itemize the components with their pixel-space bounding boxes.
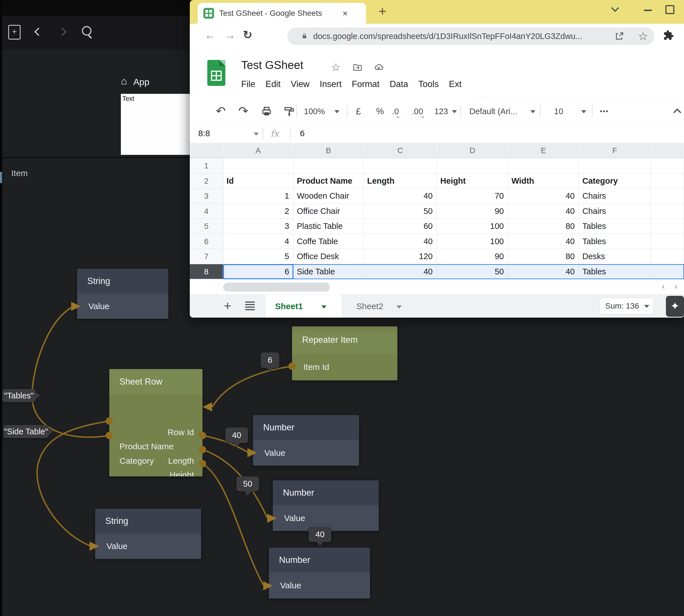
window-maximize-icon[interactable] (665, 5, 675, 14)
cell-E3[interactable]: 40 (508, 189, 579, 204)
print-icon[interactable] (261, 106, 272, 117)
number-format-button[interactable]: 123 (434, 100, 448, 123)
column-header-A[interactable]: A (223, 143, 293, 158)
port-length[interactable]: Length (168, 454, 194, 468)
menu-format[interactable]: Format (352, 78, 380, 90)
cell-C4[interactable]: 50 (364, 204, 437, 219)
cell-G5[interactable] (651, 219, 684, 234)
app-root-label[interactable]: App (133, 77, 150, 87)
port-value[interactable]: Value (107, 542, 128, 551)
cell-C5[interactable]: 60 (364, 219, 437, 234)
cell-A5[interactable]: 3 (223, 219, 293, 234)
row-header-8[interactable]: 8 (190, 264, 223, 280)
chevron-down-icon[interactable] (581, 110, 586, 113)
paint-format-icon[interactable] (283, 106, 295, 117)
cell-B2[interactable]: Product Name (293, 174, 364, 189)
port-value[interactable]: Value (284, 513, 305, 523)
cell-G1[interactable] (651, 158, 684, 174)
cell-F2[interactable]: Category (579, 174, 651, 189)
port-value[interactable]: Value (88, 302, 110, 311)
cell-B5[interactable]: Plastic Table (293, 219, 364, 234)
cell-A6[interactable]: 4 (223, 234, 293, 249)
row-header-3[interactable]: 3 (190, 189, 223, 204)
cell-C6[interactable]: 40 (364, 234, 437, 249)
row-header-4[interactable]: 4 (190, 204, 223, 219)
cell-C8[interactable]: 40 (364, 264, 437, 280)
window-chevron-icon[interactable] (611, 4, 619, 12)
cell-F5[interactable]: Tables (579, 219, 651, 234)
corner-select-all[interactable] (190, 143, 223, 158)
port-height[interactable]: Height (169, 468, 194, 477)
node-sheet-row[interactable]: Sheet Row Row Id Product Name Category L… (109, 369, 203, 477)
browser-tab[interactable]: Test GSheet - Google Sheets × (198, 3, 366, 24)
cell-D4[interactable]: 90 (437, 204, 508, 219)
port-category[interactable]: Category (119, 454, 154, 468)
column-header-B[interactable]: B (293, 143, 364, 158)
currency-format-button[interactable]: £ (356, 100, 361, 123)
cell-G4[interactable] (651, 204, 684, 219)
window-minimize-icon[interactable] (644, 9, 652, 11)
cell-D1[interactable] (437, 158, 508, 174)
scroll-left-icon[interactable]: ‹ (662, 282, 665, 291)
percent-format-button[interactable]: % (376, 100, 384, 123)
cell-F4[interactable]: Chairs (579, 204, 651, 219)
cell-D6[interactable]: 100 (437, 234, 508, 249)
port-product-name[interactable]: Product Name (119, 439, 174, 454)
formula-input[interactable]: 6 (300, 124, 305, 143)
port-value[interactable]: Value (264, 448, 286, 458)
row-header-1[interactable]: 1 (190, 158, 223, 174)
cell-E6[interactable]: 40 (508, 234, 579, 249)
cell-F1[interactable] (579, 158, 651, 174)
cell-B6[interactable]: Coffe Table (293, 234, 364, 249)
cell-D2[interactable]: Height (437, 174, 508, 189)
move-folder-icon[interactable] (352, 63, 363, 72)
cell-C2[interactable]: Length (364, 174, 437, 189)
column-header-D[interactable]: D (437, 143, 508, 158)
sum-indicator[interactable]: Sum: 136 (600, 298, 654, 314)
collapse-toolbar-icon[interactable] (673, 109, 681, 116)
column-header-C[interactable]: C (364, 143, 437, 158)
cell-F6[interactable]: Tables (579, 234, 651, 249)
port-row-id[interactable]: Row Id (168, 425, 194, 439)
font-select[interactable]: Default (Ari... (470, 100, 517, 123)
chevron-down-icon[interactable] (530, 110, 535, 113)
cell-A2[interactable]: Id (223, 174, 293, 189)
document-title[interactable]: Test GSheet (241, 59, 303, 71)
menu-edit[interactable]: Edit (266, 78, 280, 90)
column-header-F[interactable]: F (579, 143, 651, 158)
cell-G3[interactable] (651, 189, 684, 204)
cell-D3[interactable]: 70 (437, 189, 508, 204)
cell-B8[interactable]: Side Table (293, 264, 364, 280)
node-number-width[interactable]: Number Value (269, 548, 370, 598)
cell-A8[interactable]: 6 (223, 264, 293, 280)
row-header-6[interactable]: 6 (190, 234, 223, 249)
cell-C7[interactable]: 120 (364, 249, 437, 264)
menu-insert[interactable]: Insert (320, 78, 342, 90)
node-number-length[interactable]: Number Value (253, 415, 359, 466)
cell-E1[interactable] (508, 158, 579, 174)
cell-A4[interactable]: 2 (223, 204, 293, 219)
chevron-down-icon[interactable] (321, 305, 326, 309)
chevron-down-icon[interactable] (452, 110, 457, 113)
chevron-down-icon[interactable] (334, 110, 339, 113)
extension-puzzle-icon[interactable] (663, 30, 674, 41)
cell-D7[interactable]: 90 (437, 249, 508, 264)
scroll-right-icon[interactable]: › (675, 282, 677, 291)
undo-icon[interactable]: ↶ (216, 104, 226, 118)
port-item-id[interactable]: Item Id (303, 362, 329, 372)
font-size-select[interactable]: 10 (554, 100, 563, 123)
row-header-2[interactable]: 2 (190, 174, 223, 189)
search-icon[interactable] (82, 26, 91, 36)
menu-extensions[interactable]: Ext (449, 78, 462, 90)
name-box[interactable]: 8:8 (198, 124, 210, 143)
sidebar-item-label[interactable]: Item (11, 169, 28, 178)
cell-E8[interactable]: 40 (508, 264, 579, 280)
cell-F7[interactable]: Desks (579, 249, 651, 264)
cell-D5[interactable]: 100 (437, 219, 508, 234)
cell-C3[interactable]: 40 (364, 189, 437, 204)
chevron-down-icon[interactable] (254, 133, 259, 136)
node-string-top[interactable]: String Value (77, 269, 168, 319)
nav-forward-icon[interactable]: → (224, 29, 235, 42)
cell-E5[interactable]: 80 (508, 219, 579, 234)
port-value[interactable]: Value (280, 581, 301, 590)
